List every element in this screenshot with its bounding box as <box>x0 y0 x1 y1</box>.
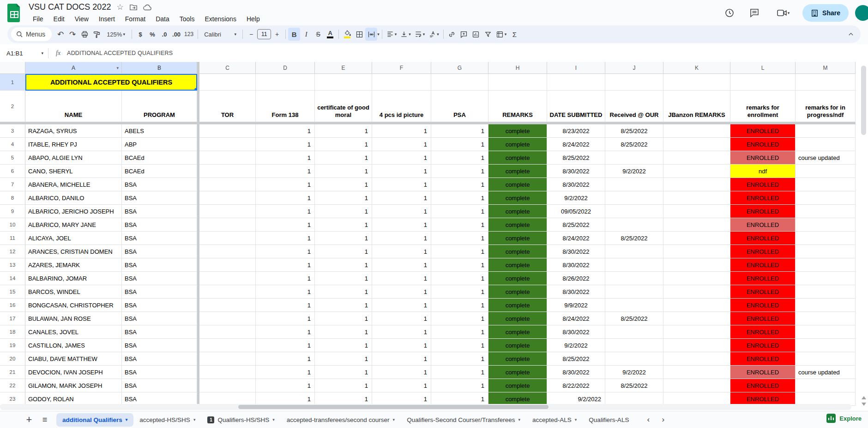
insert-link-button[interactable] <box>446 28 458 41</box>
row-header-6[interactable]: 6 <box>0 165 25 178</box>
selection-fill-handle[interactable] <box>194 88 197 91</box>
cell-jbanzon-remarks[interactable] <box>663 352 730 366</box>
row-header-13[interactable]: 13 <box>0 258 25 272</box>
cell-id-picture[interactable]: 1 <box>372 379 431 392</box>
cell-remarks[interactable]: complete <box>488 165 547 178</box>
cell-enrollment-remark[interactable]: ENROLLED <box>730 339 796 352</box>
cell-remarks[interactable]: complete <box>488 325 547 339</box>
cell-enrollment-remark[interactable]: ENROLLED <box>730 325 796 339</box>
row-header-4[interactable]: 4 <box>0 138 25 151</box>
cell-enrollment-remark[interactable]: ENROLLED <box>730 205 796 218</box>
sheets-logo-icon[interactable] <box>7 4 21 22</box>
cell-enrollment-remark[interactable]: ENROLLED <box>730 245 796 258</box>
cell-date-submitted[interactable]: 8/30/2022 <box>547 178 605 191</box>
row-header-1[interactable]: 1 <box>0 74 25 91</box>
cell-received-our[interactable]: 8/25/2022 <box>605 232 663 245</box>
cell-form138[interactable]: 1 <box>256 218 315 232</box>
row-header-15[interactable]: 15 <box>0 285 25 299</box>
scroll-down-icon[interactable] <box>862 403 866 406</box>
cell-id-picture[interactable]: 1 <box>372 165 431 178</box>
cell-good-moral[interactable]: 1 <box>315 124 372 138</box>
pivot-table-button[interactable]: ▾ <box>494 28 509 41</box>
field-header-jbanzon-remarks[interactable]: JBanzon REMARKS <box>663 91 730 122</box>
column-dropdown-icon[interactable]: ▾ <box>116 66 119 70</box>
cell-received-our[interactable] <box>605 178 663 191</box>
decrease-font-size-button[interactable]: − <box>245 28 257 41</box>
cell-psa[interactable]: 1 <box>431 272 488 285</box>
cell-jbanzon-remarks[interactable] <box>663 366 730 379</box>
cell-remarks[interactable]: complete <box>488 232 547 245</box>
column-header-J[interactable]: J <box>605 62 663 74</box>
row-header-16[interactable]: 16 <box>0 299 25 312</box>
cell-remarks[interactable]: complete <box>488 151 547 165</box>
column-header-C[interactable]: C <box>199 62 256 74</box>
cell-enrollment-remark[interactable]: ENROLLED <box>730 178 796 191</box>
cell-name[interactable]: ABANERA, MICHELLE <box>25 178 122 191</box>
cell-good-moral[interactable]: 1 <box>315 151 372 165</box>
cell-date-submitted[interactable]: 8/24/2022 <box>547 312 605 325</box>
avatar[interactable] <box>855 5 868 21</box>
field-header-certificate-of-good-moral[interactable]: certificate of good moral <box>315 91 372 122</box>
cell-progress-remark[interactable] <box>796 205 856 218</box>
cell-jbanzon-remarks[interactable] <box>663 165 730 178</box>
cell-jbanzon-remarks[interactable] <box>663 245 730 258</box>
cell-program[interactable]: BSA <box>122 218 197 232</box>
cell-date-submitted[interactable]: 09/05/2022 <box>547 205 605 218</box>
field-header-received-our[interactable]: Received @ OUR <box>605 91 663 122</box>
horizontal-scrollbar-thumb[interactable] <box>238 405 549 409</box>
sheet-tab-accepted-transferees-second-courser[interactable]: accepted-transferees/second courser▾ <box>281 413 401 427</box>
cell-received-our[interactable] <box>605 218 663 232</box>
cell-psa[interactable]: 1 <box>431 325 488 339</box>
increase-decimals-button[interactable]: .00 <box>170 28 182 41</box>
move-folder-icon[interactable] <box>129 3 138 12</box>
row-header-19[interactable]: 19 <box>0 339 25 352</box>
cell-psa[interactable]: 1 <box>431 232 488 245</box>
cell-psa[interactable]: 1 <box>431 299 488 312</box>
cell-progress-remark[interactable]: course updated <box>796 366 856 379</box>
cell-good-moral[interactable]: 1 <box>315 138 372 151</box>
cell-form138[interactable]: 1 <box>256 245 315 258</box>
cell-program[interactable]: BSA <box>122 339 197 352</box>
cell-tor[interactable] <box>199 205 256 218</box>
row-header-7[interactable]: 7 <box>0 178 25 191</box>
cell-received-our[interactable]: 8/25/2022 <box>605 124 663 138</box>
cell-jbanzon-remarks[interactable] <box>663 339 730 352</box>
cell-received-our[interactable] <box>605 272 663 285</box>
cell-form138[interactable]: 1 <box>256 258 315 272</box>
bold-button[interactable]: B <box>288 28 300 41</box>
cell-jbanzon-remarks[interactable] <box>663 205 730 218</box>
cell-jbanzon-remarks[interactable] <box>663 218 730 232</box>
cell-received-our[interactable] <box>605 285 663 299</box>
cell-received-our[interactable]: 8/25/2022 <box>605 138 663 151</box>
cell-program[interactable]: ABP <box>122 138 197 151</box>
empty-cell[interactable] <box>488 74 547 91</box>
cell-enrollment-remark[interactable]: ENROLLED <box>730 312 796 325</box>
cell-progress-remark[interactable] <box>796 138 856 151</box>
column-header-L[interactable]: L <box>730 62 796 74</box>
explore-button[interactable]: Explore <box>826 413 862 423</box>
row-header-2[interactable]: 2 <box>0 91 25 122</box>
empty-cell[interactable] <box>730 74 796 91</box>
cell-enrollment-remark[interactable]: ENROLLED <box>730 151 796 165</box>
borders-button[interactable] <box>353 28 365 41</box>
cell-form138[interactable]: 1 <box>256 272 315 285</box>
column-header-G[interactable]: G <box>431 62 488 74</box>
vertical-scrollbar[interactable] <box>861 63 867 386</box>
cell-remarks[interactable]: complete <box>488 245 547 258</box>
cell-psa[interactable]: 1 <box>431 285 488 299</box>
cell-remarks[interactable]: complete <box>488 285 547 299</box>
cell-good-moral[interactable]: 1 <box>315 232 372 245</box>
cell-enrollment-remark[interactable]: ENROLLED <box>730 191 796 205</box>
cell-enrollment-remark[interactable]: ENROLLED <box>730 272 796 285</box>
cell-good-moral[interactable]: 1 <box>315 205 372 218</box>
cell-id-picture[interactable]: 1 <box>372 138 431 151</box>
sheet-tab-qualifiers-als[interactable]: Qualifiers-ALS <box>583 413 635 427</box>
cell-date-submitted[interactable]: 8/30/2022 <box>547 245 605 258</box>
cell-good-moral[interactable]: 1 <box>315 299 372 312</box>
cell-jbanzon-remarks[interactable] <box>663 312 730 325</box>
cell-name[interactable]: RAZAGA, SYRUS <box>25 124 122 138</box>
comments-icon[interactable] <box>745 4 764 22</box>
cell-remarks[interactable]: complete <box>488 299 547 312</box>
horizontal-scrollbar[interactable] <box>0 404 851 410</box>
cell-progress-remark[interactable] <box>796 165 856 178</box>
